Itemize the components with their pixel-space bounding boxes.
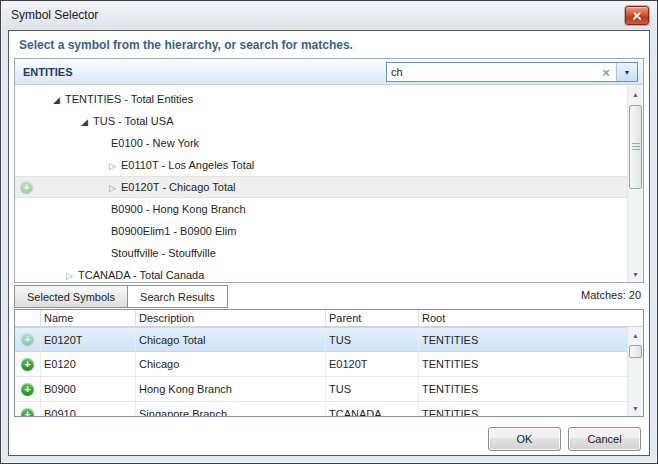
- row-icon-cell: +: [15, 328, 41, 351]
- plus-glyph: +: [24, 333, 30, 346]
- scroll-up-icon[interactable]: ▲: [628, 327, 643, 343]
- cell-parent: E0120T: [326, 352, 419, 376]
- column-header-description[interactable]: Description: [136, 310, 326, 326]
- tree-item-label: TENTITIES - Total Entities: [65, 93, 193, 105]
- tree-item-label: B0900Elim1 - B0900 Elim: [111, 225, 236, 237]
- add-symbol-icon[interactable]: +: [21, 358, 34, 371]
- plus-glyph: +: [24, 383, 30, 396]
- ok-button[interactable]: OK: [488, 427, 561, 451]
- column-header-icon: [15, 310, 41, 326]
- tree-item-e0120t[interactable]: + ▷E0120T - Chicago Total: [15, 176, 643, 198]
- chevron-down-icon: ▼: [624, 69, 631, 76]
- scroll-down-icon[interactable]: ▼: [628, 266, 643, 282]
- column-header-name[interactable]: Name: [41, 310, 136, 326]
- cell-root: TENTITIES: [419, 328, 628, 351]
- tree-scrollbar[interactable]: ▲ ▼: [627, 86, 643, 282]
- cell-parent: TUS: [326, 328, 419, 351]
- search-clear-button[interactable]: ×: [596, 63, 616, 81]
- expanded-icon[interactable]: ◢: [81, 111, 93, 133]
- tree-item-label: E0100 - New York: [111, 137, 199, 149]
- search-results-table: Name Description Parent Root + E0120T Ch…: [14, 309, 644, 417]
- table-row-b0910[interactable]: + B0910 Singapore Branch TCANADA TENTITI…: [15, 402, 628, 416]
- cell-description: Chicago: [136, 352, 326, 376]
- tree-item-e0100[interactable]: E0100 - New York: [15, 132, 643, 154]
- cell-name: B0900: [41, 377, 136, 401]
- add-symbol-icon[interactable]: +: [21, 408, 34, 417]
- cell-root: TENTITIES: [419, 352, 628, 376]
- plus-glyph: +: [24, 358, 30, 371]
- cell-name: E0120T: [41, 328, 136, 351]
- add-symbol-icon[interactable]: +: [20, 181, 33, 194]
- tree-item-b0900[interactable]: B0900 - Hong Kong Branch: [15, 198, 643, 220]
- tab-search-results[interactable]: Search Results: [127, 285, 228, 308]
- cancel-button[interactable]: Cancel: [568, 427, 641, 451]
- matches-count: Matches: 20: [581, 289, 641, 301]
- dialog-body: Select a symbol from the hierarchy, or s…: [8, 30, 650, 456]
- tree-item-tus[interactable]: ◢TUS - Total USA: [15, 110, 643, 132]
- cell-root: TENTITIES: [419, 377, 628, 401]
- table-header: Name Description Parent Root: [15, 310, 643, 327]
- close-button[interactable]: [625, 6, 649, 25]
- tree-item-label: E0110T - Los Angeles Total: [121, 159, 254, 171]
- close-icon: [632, 11, 642, 21]
- results-tabs: Selected Symbols Search Results: [14, 285, 228, 308]
- entities-panel: ENTITIES × ▼ ◢TENTITIES - Total Entities: [14, 58, 644, 283]
- instruction-text: Select a symbol from the hierarchy, or s…: [19, 38, 353, 52]
- tree-item-e0110t[interactable]: ▷E0110T - Los Angeles Total: [15, 154, 643, 176]
- window-title: Symbol Selector: [11, 8, 98, 22]
- plus-glyph: +: [24, 408, 30, 417]
- symbol-selector-dialog: Symbol Selector Select a symbol from the…: [0, 0, 658, 464]
- add-symbol-icon[interactable]: +: [21, 333, 34, 346]
- collapsed-icon[interactable]: ▷: [66, 265, 78, 282]
- cell-parent: TCANADA: [326, 402, 419, 416]
- entities-header: ENTITIES × ▼: [15, 59, 643, 85]
- collapsed-icon[interactable]: ▷: [109, 155, 121, 177]
- table-row-e0120t[interactable]: + E0120T Chicago Total TUS TENTITIES: [15, 327, 628, 352]
- tree-item-label: Stouffville - Stouffville: [111, 247, 216, 259]
- tree-item-tentities[interactable]: ◢TENTITIES - Total Entities: [15, 88, 643, 110]
- search-input[interactable]: [387, 63, 596, 81]
- tree-item-label: B0900 - Hong Kong Branch: [111, 203, 246, 215]
- clear-icon: ×: [602, 65, 610, 80]
- table-scrollbar[interactable]: ▲ ▼: [627, 327, 643, 416]
- tree-item-tcanada[interactable]: ▷TCANADA - Total Canada: [15, 264, 643, 282]
- cell-parent: TUS: [326, 377, 419, 401]
- scroll-down-icon[interactable]: ▼: [628, 400, 643, 416]
- plus-glyph: +: [23, 181, 29, 194]
- table-body: + E0120T Chicago Total TUS TENTITIES + E…: [15, 327, 628, 416]
- cell-description: Singapore Branch: [136, 402, 326, 416]
- thumb-grip-icon: [632, 143, 640, 151]
- row-icon-cell: +: [15, 402, 41, 416]
- cell-root: TENTITIES: [419, 402, 628, 416]
- cell-description: Chicago Total: [136, 328, 326, 351]
- table-row-e0120[interactable]: + E0120 Chicago E0120T TENTITIES: [15, 352, 628, 377]
- entities-header-label: ENTITIES: [23, 66, 73, 78]
- tree-item-b0900elim1[interactable]: B0900Elim1 - B0900 Elim: [15, 220, 643, 242]
- cell-description: Hong Kong Branch: [136, 377, 326, 401]
- cell-name: B0910: [41, 402, 136, 416]
- tree-scrollbar-thumb[interactable]: [629, 105, 642, 189]
- tree-item-stouffville[interactable]: Stouffville - Stouffville: [15, 242, 643, 264]
- tree-item-label: TUS - Total USA: [93, 115, 174, 127]
- row-icon-cell: +: [15, 377, 41, 401]
- search-dropdown-button[interactable]: ▼: [616, 63, 637, 81]
- cell-name: E0120: [41, 352, 136, 376]
- row-icon-cell: +: [15, 352, 41, 376]
- entity-tree: ◢TENTITIES - Total Entities ◢TUS - Total…: [15, 86, 643, 282]
- table-scrollbar-thumb[interactable]: [629, 345, 642, 358]
- search-box: × ▼: [386, 62, 638, 82]
- collapsed-icon[interactable]: ▷: [109, 178, 121, 198]
- add-symbol-icon[interactable]: +: [21, 383, 34, 396]
- tab-selected-symbols[interactable]: Selected Symbols: [14, 285, 127, 308]
- table-row-b0900[interactable]: + B0900 Hong Kong Branch TUS TENTITIES: [15, 377, 628, 402]
- column-header-root[interactable]: Root: [419, 310, 643, 326]
- tree-item-label: E0120T - Chicago Total: [121, 181, 236, 193]
- tree-item-label: TCANADA - Total Canada: [78, 269, 204, 281]
- titlebar[interactable]: Symbol Selector: [2, 2, 656, 30]
- expanded-icon[interactable]: ◢: [53, 89, 65, 111]
- scroll-up-icon[interactable]: ▲: [628, 86, 643, 102]
- column-header-parent[interactable]: Parent: [326, 310, 419, 326]
